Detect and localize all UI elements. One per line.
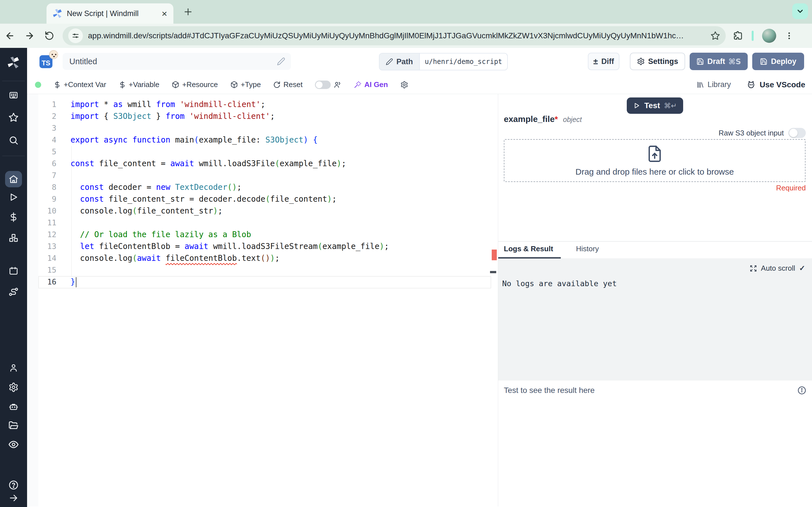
- editor-settings-gear-icon[interactable]: [400, 81, 408, 89]
- browser-menu-icon[interactable]: [784, 31, 794, 40]
- type-label: +Type: [241, 80, 261, 89]
- context-var-label: +Context Var: [64, 80, 106, 89]
- use-vscode-label: Use VScode: [760, 80, 805, 89]
- path-value[interactable]: u/henri/demo_script: [420, 54, 507, 70]
- code-lines[interactable]: import * as wmill from 'windmill-client'…: [70, 99, 389, 288]
- add-resource-button[interactable]: +Resource: [172, 80, 218, 89]
- tab-title: New Script | Windmill: [67, 9, 161, 18]
- windmill-favicon-icon: [53, 9, 62, 18]
- logs-tab-bar: Logs & Result History: [498, 242, 812, 259]
- expand-icon: [750, 265, 757, 272]
- diff-button[interactable]: ± Diff: [588, 53, 619, 70]
- sidebar-divider: [2, 81, 25, 81]
- text-cursor: [76, 277, 77, 287]
- argument-header: example_file* object: [504, 114, 582, 124]
- sidebar-item-workers[interactable]: [9, 402, 18, 411]
- sidebar-item-favorites[interactable]: [8, 112, 18, 122]
- reload-icon: [45, 31, 54, 41]
- reset-icon: [273, 81, 281, 89]
- draft-button[interactable]: Draft ⌘S: [690, 53, 748, 70]
- sidebar-item-audit[interactable]: [8, 439, 19, 450]
- file-dropzone[interactable]: Drag and drop files here or click to bro…: [504, 139, 806, 182]
- tab-logs-result[interactable]: Logs & Result: [504, 244, 553, 253]
- result-placeholder-row: Test to see the result here: [504, 386, 806, 395]
- browser-toolbar: app.windmill.dev/scripts/add#JTdCJTIyaGF…: [0, 24, 812, 48]
- gear-icon: [637, 57, 645, 65]
- draft-shortcut: ⌘S: [728, 57, 741, 66]
- add-type-button[interactable]: +Type: [231, 80, 261, 89]
- ai-gen-label: AI Gen: [364, 80, 388, 89]
- new-tab-button[interactable]: [182, 6, 194, 18]
- package-icon: [231, 81, 238, 89]
- path-label: Path: [396, 57, 413, 66]
- sidebar-item-schedules[interactable]: [9, 266, 18, 276]
- resource-label: +Resource: [182, 80, 218, 89]
- toggle-off[interactable]: [315, 80, 331, 89]
- sidebar-item-home[interactable]: [8, 174, 18, 184]
- raw-s3-toggle-row: Raw S3 object input: [719, 128, 806, 138]
- script-title-input[interactable]: Untitled: [63, 53, 291, 70]
- raw-s3-label: Raw S3 object input: [719, 129, 784, 137]
- sidebar-item-search[interactable]: [8, 135, 18, 145]
- check-icon: ✓: [799, 264, 805, 273]
- tab-search-chevron-button[interactable]: [792, 3, 808, 19]
- code-editor[interactable]: 12345678910111213141516 import * as wmil…: [38, 94, 491, 506]
- test-label: Test: [644, 101, 660, 110]
- cat-icon: [747, 80, 756, 89]
- sidebar-expand-icon[interactable]: [9, 493, 18, 503]
- site-settings-icon[interactable]: [68, 29, 83, 43]
- required-asterisk: *: [555, 114, 558, 124]
- sidebar-item-runs[interactable]: [9, 192, 18, 202]
- back-button[interactable]: [0, 31, 20, 41]
- url-bar[interactable]: app.windmill.dev/scripts/add#JTdCJTIyaGF…: [63, 26, 726, 45]
- diff-label: Diff: [601, 57, 614, 66]
- reset-button[interactable]: Reset: [273, 80, 303, 89]
- test-shortcut: ⌘↵: [664, 102, 677, 110]
- add-context-var-button[interactable]: +Context Var: [54, 80, 106, 89]
- ai-gen-button[interactable]: AI Gen: [354, 80, 388, 89]
- bookmark-star-icon[interactable]: [711, 31, 720, 41]
- overview-ruler-cursor-marker: [490, 271, 496, 273]
- script-header: TS Untitled Path u/henri/demo_script ± D…: [27, 48, 812, 75]
- settings-label: Settings: [648, 57, 678, 66]
- url-text[interactable]: app.windmill.dev/scripts/add#JTdCJTIyaGF…: [88, 31, 711, 40]
- sidebar-item-folders[interactable]: [8, 420, 18, 431]
- sidebar-item-apps[interactable]: [9, 91, 18, 100]
- active-tab-underline: [498, 257, 561, 259]
- editor-action-bar: +Context Var +Variable +Resource +Type R…: [27, 75, 812, 94]
- library-icon: [696, 81, 704, 89]
- test-button[interactable]: Test ⌘↵: [627, 98, 683, 114]
- path-field[interactable]: Path u/henri/demo_script: [379, 53, 508, 70]
- library-button[interactable]: Library: [696, 80, 731, 89]
- add-variable-button[interactable]: +Variable: [119, 80, 160, 89]
- browser-profile-avatar[interactable]: [762, 29, 776, 43]
- sidebar-item-variables[interactable]: [9, 212, 18, 222]
- presence-avatar: [49, 50, 58, 59]
- deploy-button[interactable]: Deploy: [752, 53, 804, 70]
- raw-s3-toggle[interactable]: [788, 128, 806, 138]
- path-edit-button[interactable]: Path: [379, 54, 420, 70]
- sidebar-item-help[interactable]: [8, 480, 18, 490]
- forward-button[interactable]: [20, 31, 40, 41]
- no-logs-message: No logs are available yet: [502, 279, 617, 288]
- sidebar-item-resources[interactable]: [8, 233, 18, 243]
- sidebar-item-settings[interactable]: [8, 382, 18, 392]
- multiplayer-toggle[interactable]: [315, 80, 342, 89]
- tab-history[interactable]: History: [576, 244, 599, 253]
- back-arrow-icon: [5, 31, 15, 41]
- extensions-puzzle-icon[interactable]: [733, 31, 743, 41]
- auto-scroll-control[interactable]: Auto scroll ✓: [750, 264, 805, 273]
- browser-tab[interactable]: New Script | Windmill ×: [47, 3, 173, 24]
- settings-button[interactable]: Settings: [630, 53, 685, 70]
- sidebar-item-user[interactable]: [9, 363, 18, 373]
- windmill-logo-icon[interactable]: [7, 56, 20, 69]
- reload-button[interactable]: [40, 31, 59, 41]
- sidebar-item-flows[interactable]: [8, 287, 18, 297]
- library-label: Library: [708, 80, 731, 89]
- info-icon[interactable]: [797, 386, 806, 395]
- dollar-icon: [119, 81, 126, 89]
- edit-title-pencil-icon[interactable]: [277, 57, 285, 66]
- use-vscode-button[interactable]: Use VScode: [747, 80, 805, 89]
- pencil-icon: [386, 58, 393, 65]
- close-tab-icon[interactable]: ×: [161, 9, 167, 18]
